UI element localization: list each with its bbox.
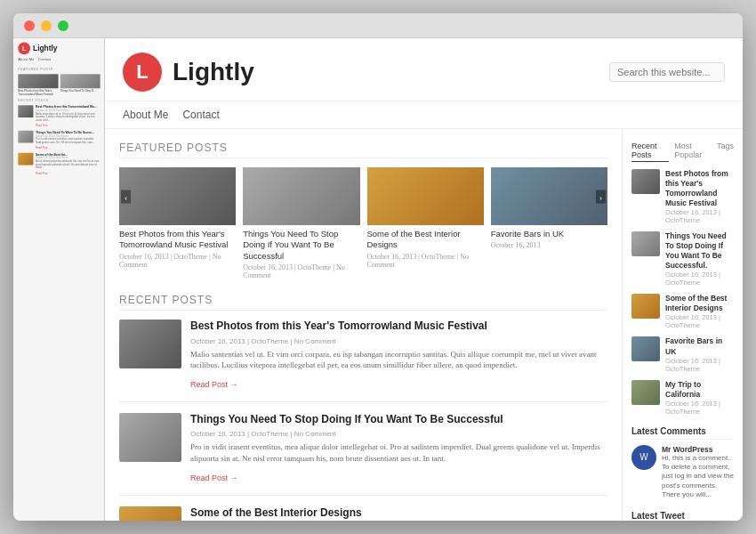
mac-titlebar [13, 13, 743, 38]
minimize-button[interactable] [41, 20, 52, 31]
recent-post-imgbox-0 [119, 320, 181, 368]
sidebar-post-date-2: October 16, 2013 | OctoTheme [665, 313, 734, 329]
browser-view: L Lightly About Me Contact Featured Post… [105, 38, 743, 521]
mini-logo-icon: L [18, 43, 30, 55]
sidebar-post-title-1[interactable]: Things You Need To Stop Doing If You Wan… [665, 231, 734, 271]
featured-img-2 [367, 167, 484, 225]
mini-rpost-img-1 [18, 131, 33, 143]
recent-post-excerpt-1: Pro in vidit irasent eventitus, mea aliq… [190, 441, 607, 464]
sidebar-post-img-1 [631, 231, 660, 256]
sidebar-tab-recent[interactable]: Recent Posts [631, 142, 669, 162]
recent-post-meta-1: October 16, 2013 | OctoTheme | No Commen… [190, 430, 607, 438]
sidebar-post-text-1: Things You Need To Stop Doing If You Wan… [665, 231, 734, 287]
featured-item-3: › Favorite Bars in UK October 16, 2013 [491, 167, 607, 279]
mini-rpost-content-1: Things You Need To Want To Be Succe... O… [36, 131, 101, 150]
sidebar-tabs: Recent Posts Most Popular Tags [631, 142, 734, 162]
sidebar-post-text-2: Some of the Best Interior Designs Octobe… [665, 294, 734, 329]
recent-post-title-2[interactable]: Some of the Best Interior Designs [190, 506, 607, 521]
mini-featured-title: Featured Posts [18, 67, 100, 72]
sidebar-tweet-section: Latest Tweet Follow Me → [631, 511, 734, 521]
sidebar-post-img-4 [631, 380, 660, 405]
mini-nav-about: About Me [18, 57, 34, 61]
sidebar-post-title-4[interactable]: My Trip to California [665, 380, 734, 400]
sidebar-tab-popular[interactable]: Most Popular [674, 142, 712, 162]
recent-post-1: Things You Need To Stop Doing If You Wan… [119, 413, 607, 496]
sidebar-post-text-3: Favorite Bars in UK October 16, 2013 | O… [665, 336, 734, 372]
mini-recent-post-1: Things You Need To Want To Be Succe... O… [13, 131, 105, 150]
recent-post-img-0 [119, 320, 181, 368]
sidebar-post-img-0 [631, 169, 660, 194]
sidebar-tab-tags[interactable]: Tags [717, 142, 734, 162]
latest-comments-title: Latest Comments [631, 426, 734, 440]
recent-post-title-1[interactable]: Things You Need To Stop Doing If You Wan… [190, 413, 607, 427]
featured-img-3: › [491, 167, 607, 225]
comment-text: Hi, this is a comment. To delete a comme… [662, 454, 734, 500]
featured-grid: ‹ Best Photos from this Year's Tomorrowl… [119, 167, 607, 279]
featured-item-2: Some of the Best Interior Designs Octobe… [367, 167, 484, 279]
maximize-button[interactable] [58, 20, 68, 31]
feat-prev-arrow[interactable]: ‹ [121, 190, 131, 203]
recent-post-excerpt-0: Malio santentias vel ut. Et vim orci cor… [190, 349, 607, 371]
mac-content: L Lightly About Me Contact Featured Post… [13, 38, 743, 521]
main-content: Featured Posts ‹ Best Photos from this Y… [105, 129, 623, 521]
nav-about[interactable]: About Me [123, 109, 168, 121]
mini-read-more-1: Read Post → [36, 146, 51, 149]
sidebar-comments-section: Latest Comments W Mr WordPress Hi, this … [631, 426, 734, 500]
mini-rpost-content-2: Some of the Best Int... October 16, 2013… [36, 153, 101, 175]
featured-item-0: ‹ Best Photos from this Year's Tomorrowl… [119, 167, 236, 279]
mini-nav-contact: Contact [38, 57, 51, 61]
sidebar-post-img-3 [631, 336, 660, 361]
read-more-0[interactable]: Read Post → [190, 380, 238, 389]
mini-read-more-0: Read Post → [36, 125, 51, 127]
mini-rpost-img-0 [18, 105, 33, 117]
recent-post-img-2 [119, 506, 181, 521]
mini-feat-img-1 [60, 74, 101, 88]
recent-post-2: Some of the Best Interior Designs Octobe… [119, 506, 607, 521]
mini-feat-item-1: Things You Need To Stop D... [60, 74, 101, 95]
blog-nav: About Me Contact [105, 101, 743, 129]
sidebar-post-0: Best Photos from this Year's Tomorrowlan… [631, 169, 734, 224]
comment-text-wrap: Mr WordPress Hi, this is a comment. To d… [662, 445, 734, 500]
feat-next-arrow[interactable]: › [596, 190, 606, 203]
logo-text: Lightly [173, 58, 254, 86]
mini-recent-post-0: Best Photos from this Tomorrowland Mu...… [13, 105, 105, 127]
close-button[interactable] [24, 20, 35, 31]
sidebar-post-title-3[interactable]: Favorite Bars in UK [665, 336, 734, 356]
latest-tweet-title: Latest Tweet [631, 511, 734, 521]
mini-preview-panel: L Lightly About Me Contact Featured Post… [13, 38, 105, 521]
recent-post-title-0[interactable]: Best Photos from this Year's Tomorrowlan… [190, 320, 607, 334]
sidebar-post-date-4: October 16, 2013 | OctoTheme [665, 400, 734, 416]
featured-caption-0: Best Photos from this Year's Tomorrowlan… [119, 229, 236, 251]
mini-feat-caption-1: Things You Need To Stop D... [60, 89, 101, 93]
mini-header: L Lightly About Me Contact [13, 38, 105, 64]
featured-date-3: October 16, 2013 [491, 241, 607, 249]
sidebar-post-title-0[interactable]: Best Photos from this Year's Tomorrowlan… [665, 169, 734, 208]
recent-section-title: Recent Posts [119, 294, 607, 311]
mini-recent-post-2: Some of the Best Int... October 16, 2013… [13, 153, 105, 175]
sidebar-post-text-4: My Trip to California October 16, 2013 |… [665, 380, 734, 416]
mini-rpost-img-2 [18, 153, 33, 166]
sidebar-post-img-2 [631, 294, 660, 319]
featured-caption-1: Things You Need To Stop Doing If You Wan… [243, 229, 359, 262]
mini-scale-wrapper: L Lightly About Me Contact Featured Post… [13, 38, 105, 175]
logo-circle: L [123, 53, 162, 92]
recent-post-img-1 [119, 413, 181, 462]
mini-recent-title: Recent Posts [18, 99, 100, 104]
recent-post-imgbox-2 [119, 506, 181, 521]
mini-rpost-excerpt-1: Pro in vidit irasent eventitus, mea equi… [36, 137, 101, 143]
recent-post-imgbox-1 [119, 413, 181, 462]
comment-box: W Mr WordPress Hi, this is a comment. To… [631, 445, 734, 500]
mini-rpost-excerpt-0: Malio santentias vel ut. Et vim orci id … [36, 112, 101, 122]
read-more-1[interactable]: Read Post → [190, 473, 238, 482]
sidebar-post-title-2[interactable]: Some of the Best Interior Designs [665, 294, 734, 313]
mini-rpost-excerpt-2: Ad sit detenti perpetua salutandi, Ea, n… [36, 159, 101, 169]
mini-nav: About Me Contact [18, 57, 100, 61]
nav-contact[interactable]: Contact [182, 109, 219, 121]
mac-window: L Lightly About Me Contact Featured Post… [13, 13, 743, 521]
recent-post-meta-0: October 16, 2013 | OctoTheme | No Commen… [190, 337, 607, 345]
mini-rpost-content-0: Best Photos from this Tomorrowland Mu...… [36, 105, 101, 127]
search-input[interactable] [609, 62, 725, 82]
featured-item-1: Things You Need To Stop Doing If You Wan… [243, 167, 359, 279]
main-layout: Featured Posts ‹ Best Photos from this Y… [105, 129, 743, 521]
sidebar-post-1: Things You Need To Stop Doing If You Wan… [631, 231, 734, 287]
